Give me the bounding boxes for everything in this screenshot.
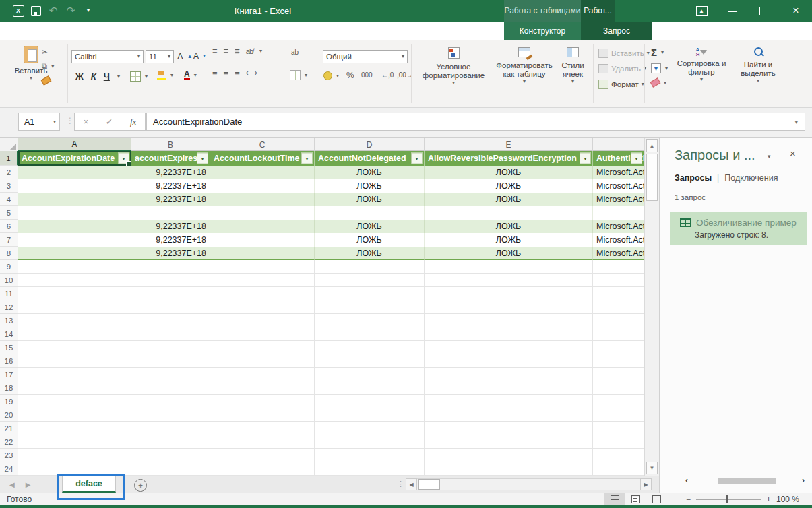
bold-button[interactable]: Ж	[75, 71, 84, 82]
row-header-20[interactable]: 20	[0, 408, 18, 422]
wrap-text-button[interactable]: ab	[291, 49, 299, 56]
cell-A10[interactable]	[18, 274, 131, 287]
cell-E24[interactable]	[425, 462, 593, 476]
fill-handle[interactable]	[126, 161, 131, 166]
cell-A24[interactable]	[18, 462, 131, 476]
filter-button[interactable]: ▾	[631, 153, 642, 164]
increase-decimal-button[interactable]: ←,0	[381, 71, 394, 79]
cell-B4[interactable]: 9,22337E+18	[131, 193, 210, 206]
cell-D7[interactable]: ЛОЖЬ	[315, 233, 425, 247]
cell-B17[interactable]	[131, 368, 210, 381]
cell-B7[interactable]: 9,22337E+18	[131, 233, 210, 247]
cell-F19[interactable]	[593, 395, 644, 408]
cell-E11[interactable]	[425, 287, 593, 300]
fill-button[interactable]: ▼▾	[651, 63, 668, 73]
cell-F17[interactable]	[593, 368, 644, 381]
font-color-button[interactable]: A▾	[184, 71, 197, 80]
cell-D12[interactable]	[315, 300, 425, 314]
cell-C2[interactable]	[210, 166, 315, 179]
row-header-16[interactable]: 16	[0, 354, 18, 368]
cell-C11[interactable]	[210, 287, 315, 300]
scrollbar-resize-handle[interactable]: ⋮	[397, 480, 404, 488]
cell-A16[interactable]	[18, 354, 131, 368]
cell-C9[interactable]	[210, 260, 315, 274]
cell-B22[interactable]	[131, 435, 210, 449]
row-header-21[interactable]: 21	[0, 422, 18, 435]
cell-A23[interactable]	[18, 449, 131, 462]
sheet-tab-deface[interactable]: deface	[62, 476, 116, 493]
cell-C21[interactable]	[210, 422, 315, 435]
cell-E17[interactable]	[425, 368, 593, 381]
tab-constructor[interactable]: Конструктор	[504, 22, 581, 40]
row-header-15[interactable]: 15	[0, 341, 18, 354]
cell-E12[interactable]	[425, 300, 593, 314]
formula-input[interactable]: AccountExpirationDate ▾	[146, 113, 805, 131]
cell-E15[interactable]	[425, 341, 593, 354]
cell-A20[interactable]	[18, 408, 131, 422]
table-header-cell-AccountLockoutTime[interactable]: AccountLockoutTime▾	[210, 151, 315, 166]
column-header-C[interactable]: C	[210, 138, 315, 151]
maximize-button[interactable]	[748, 0, 779, 22]
cell-C12[interactable]	[210, 300, 315, 314]
cell-C8[interactable]	[210, 247, 315, 260]
cell-A11[interactable]	[18, 287, 131, 300]
cell-B16[interactable]	[131, 354, 210, 368]
cell-E3[interactable]: ЛОЖЬ	[425, 179, 593, 193]
vertical-scrollbar[interactable]: ▲ ▼	[644, 138, 659, 476]
row-header-9[interactable]: 9	[0, 260, 18, 274]
cell-B2[interactable]: 9,22337E+18	[131, 166, 210, 179]
percent-style-button[interactable]: %	[346, 70, 354, 80]
cell-D13[interactable]	[315, 314, 425, 327]
query-list-item[interactable]: Обезличивание пример Загружено строк: 8.	[670, 212, 807, 245]
cell-D20[interactable]	[315, 408, 425, 422]
cell-B15[interactable]	[131, 341, 210, 354]
cell-E8[interactable]: ЛОЖЬ	[425, 247, 593, 260]
row-header-8[interactable]: 8	[0, 247, 18, 260]
row-header-5[interactable]: 5	[0, 206, 18, 220]
cell-A7[interactable]	[18, 233, 131, 247]
filter-button[interactable]: ▾	[411, 153, 423, 164]
share-button[interactable]: Общий доступ	[740, 22, 805, 40]
fill-color-button[interactable]: ▾	[157, 71, 173, 80]
filter-button[interactable]: ▾	[197, 153, 208, 164]
pane-menu-caret-icon[interactable]: ▾	[768, 153, 771, 160]
cell-C14[interactable]	[210, 327, 315, 341]
cell-D14[interactable]	[315, 327, 425, 341]
cell-F5[interactable]	[593, 206, 644, 220]
row-header-18[interactable]: 18	[0, 381, 18, 395]
cell-A4[interactable]	[18, 193, 131, 206]
cell-E13[interactable]	[425, 314, 593, 327]
cell-C15[interactable]	[210, 341, 315, 354]
table-header-cell-Authenticatio[interactable]: Authenticatio▾	[593, 151, 644, 166]
table-header-cell-accountExpires[interactable]: accountExpires▾	[131, 151, 210, 166]
cell-D6[interactable]: ЛОЖЬ	[315, 220, 425, 233]
row-header-14[interactable]: 14	[0, 327, 18, 341]
cell-D9[interactable]	[315, 260, 425, 274]
row-header-4[interactable]: 4	[0, 193, 18, 206]
align-top-icon[interactable]: ≡	[212, 49, 217, 54]
cell-B14[interactable]	[131, 327, 210, 341]
cell-B18[interactable]	[131, 381, 210, 395]
cell-A17[interactable]	[18, 368, 131, 381]
cell-C17[interactable]	[210, 368, 315, 381]
font-size-combo[interactable]: 11▾	[146, 50, 174, 63]
cell-C3[interactable]	[210, 179, 315, 193]
cell-B3[interactable]: 9,22337E+18	[131, 179, 210, 193]
page-break-view-button[interactable]	[646, 493, 667, 505]
cell-D5[interactable]	[315, 206, 425, 220]
redo-button[interactable]: ↷	[62, 2, 80, 20]
cell-B19[interactable]	[131, 395, 210, 408]
cell-F9[interactable]	[593, 260, 644, 274]
row-header-17[interactable]: 17	[0, 368, 18, 381]
cell-F13[interactable]	[593, 314, 644, 327]
vertical-scroll-thumb[interactable]	[646, 154, 658, 201]
cell-A9[interactable]	[18, 260, 131, 274]
pane-scroll-thumb[interactable]	[718, 478, 776, 484]
undo-button[interactable]: ↶	[44, 2, 62, 20]
page-layout-view-button[interactable]	[625, 493, 646, 505]
cell-C4[interactable]	[210, 193, 315, 206]
cell-C7[interactable]	[210, 233, 315, 247]
cell-D8[interactable]: ЛОЖЬ	[315, 247, 425, 260]
cell-A15[interactable]	[18, 341, 131, 354]
customize-qat-button[interactable]: ▾	[80, 2, 97, 20]
